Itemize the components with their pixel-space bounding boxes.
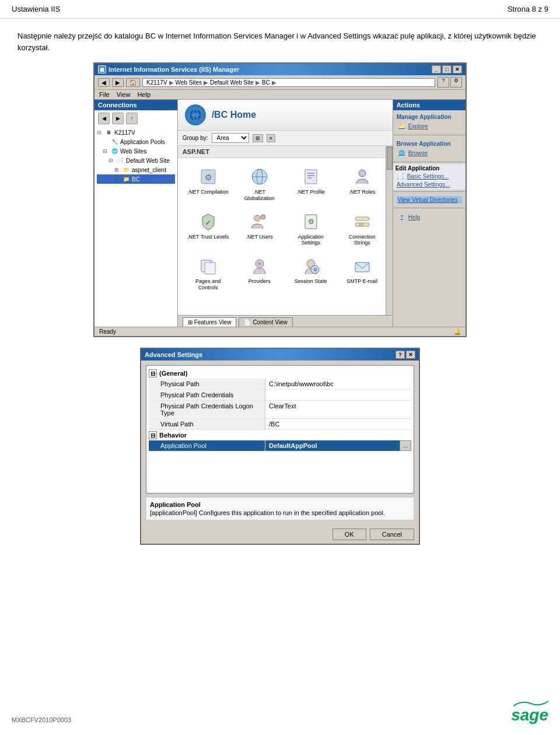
settings-icon-btn[interactable]: ⚙ bbox=[450, 77, 462, 88]
adv-buttons: OK Cancel bbox=[141, 525, 419, 544]
smtp-email-img bbox=[352, 256, 373, 276]
action-view-vd[interactable]: View Virtual Directories bbox=[397, 196, 462, 204]
session-state-img: ⚙ bbox=[300, 256, 321, 276]
groupby-select[interactable]: Area bbox=[212, 133, 249, 143]
menu-help[interactable]: Help bbox=[137, 91, 150, 98]
tab-content-view[interactable]: 📄 Content View bbox=[239, 317, 292, 327]
view-list-btn[interactable]: ≡ bbox=[267, 134, 275, 142]
svg-rect-18 bbox=[355, 217, 369, 220]
adv-row-app-pool[interactable]: Application Pool DefaultAppPool … bbox=[149, 440, 411, 451]
icon-smtp-email[interactable]: SMTP E-mail bbox=[339, 253, 386, 293]
bc-label: BC bbox=[132, 176, 140, 183]
addr-part-websites: Web Sites bbox=[176, 79, 202, 86]
server-label: K2117V bbox=[114, 130, 135, 136]
adv-row-virtual-path: Virtual Path /BC bbox=[149, 419, 411, 430]
icon-net-trust[interactable]: ✓ .NET Trust Levels bbox=[185, 209, 232, 249]
explore-label: Explore bbox=[408, 123, 428, 130]
iis-center-toolbar: Group by: Area ⊞ ≡ bbox=[178, 131, 393, 146]
virtual-path-label: Virtual Path bbox=[149, 419, 265, 429]
icon-providers[interactable]: Providers bbox=[236, 253, 283, 293]
actions-browse-app: Browse Application 🌐 Browse bbox=[393, 137, 466, 160]
help-icon-btn[interactable]: ? bbox=[438, 77, 449, 88]
tree-item-websites[interactable]: ⊟ 🌐 Web Sites bbox=[97, 146, 175, 156]
icon-net-roles[interactable]: .NET Roles bbox=[339, 164, 386, 204]
tree-item-apppools[interactable]: 🔧 Application Pools bbox=[97, 137, 175, 146]
svg-rect-8 bbox=[305, 170, 317, 184]
adv-behavior-header[interactable]: ⊟ Behavior bbox=[149, 430, 411, 440]
addr-sep4: ▶ bbox=[272, 79, 276, 86]
tree-item-defaultsite[interactable]: ⊟ 📄 Default Web Site bbox=[97, 156, 175, 165]
virtual-path-value: /BC bbox=[265, 419, 411, 429]
behavior-section-label: Behavior bbox=[159, 432, 187, 439]
websites-icon: 🌐 bbox=[110, 147, 118, 155]
view-icons-btn[interactable]: ⊞ bbox=[253, 134, 263, 142]
forward-button[interactable]: ▶ bbox=[112, 78, 124, 87]
back-button[interactable]: ◀ bbox=[98, 78, 110, 87]
conn-up-icon[interactable]: ↑ bbox=[126, 113, 138, 124]
cancel-button[interactable]: Cancel bbox=[370, 528, 414, 540]
svg-text:⚙: ⚙ bbox=[204, 173, 212, 182]
action-advanced-settings[interactable]: Advanced Settings... bbox=[396, 181, 463, 188]
defaultsite-label: Default Web Site bbox=[126, 158, 170, 164]
menu-file[interactable]: File bbox=[99, 91, 110, 98]
addr-sep1: ▶ bbox=[169, 79, 174, 86]
svg-point-12 bbox=[359, 170, 366, 177]
net-roles-label: .NET Roles bbox=[349, 189, 376, 195]
home-button[interactable]: 🏠 bbox=[126, 78, 140, 87]
svg-text:✓: ✓ bbox=[205, 219, 211, 227]
close-button[interactable]: ✕ bbox=[453, 65, 462, 74]
page-title-left: Ustawienia IIS bbox=[12, 5, 60, 13]
action-help[interactable]: ? Help bbox=[397, 212, 462, 222]
icon-session-state[interactable]: ⚙ Session State bbox=[288, 253, 334, 293]
ok-button[interactable]: OK bbox=[332, 528, 366, 540]
action-explore[interactable]: 📁 Explore bbox=[397, 121, 462, 131]
restore-button[interactable]: □ bbox=[442, 65, 452, 74]
address-bar[interactable]: K2117V ▶ Web Sites ▶ Default Web Site ▶ … bbox=[142, 78, 435, 87]
addr-sep2: ▶ bbox=[204, 79, 208, 86]
adv-close-btn[interactable]: ✕ bbox=[406, 351, 415, 359]
addr-sep3: ▶ bbox=[256, 79, 260, 86]
websites-label: Web Sites bbox=[120, 148, 146, 155]
tree-item-server[interactable]: ⊟ 🖥 K2117V bbox=[97, 128, 175, 137]
iis-app-icon: ▦ bbox=[98, 65, 106, 74]
app-pool-browse-btn[interactable]: … bbox=[400, 440, 411, 451]
basic-settings-label: Basic Settings... bbox=[407, 173, 449, 180]
iis-menu-bar: File View Help bbox=[94, 90, 466, 100]
content-view-label: Content View bbox=[253, 319, 287, 326]
conn-forward-icon[interactable]: ▶ bbox=[112, 113, 124, 124]
adv-tree-area: ⊟ (General) Physical Path C:\inetpub\www… bbox=[146, 365, 414, 494]
center-scrollbar[interactable] bbox=[386, 146, 393, 315]
icon-net-compilation[interactable]: ⚙ .NET Compilation bbox=[185, 164, 232, 204]
net-trust-img: ✓ bbox=[198, 211, 219, 232]
features-view-icon: ⊞ bbox=[188, 319, 192, 326]
adv-info-box: Application Pool [applicationPool] Confi… bbox=[146, 497, 414, 520]
status-text: Ready bbox=[99, 328, 116, 335]
help-label: Help bbox=[408, 214, 421, 220]
icon-net-users[interactable]: .NET Users bbox=[236, 209, 283, 249]
addr-part-defaultsite: Default Web Site bbox=[210, 79, 254, 86]
icon-pages-controls[interactable]: Pages and Controls bbox=[185, 253, 232, 293]
logon-type-value: ClearText bbox=[265, 401, 411, 418]
tree-item-aspnetclient[interactable]: ⊞ 📁 aspnet_client bbox=[97, 165, 175, 174]
behavior-expand-icon: ⊟ bbox=[149, 431, 157, 439]
icon-app-settings[interactable]: ⚙ Application Settings bbox=[288, 209, 334, 249]
svg-rect-22 bbox=[205, 262, 215, 274]
action-browse[interactable]: 🌐 Browse bbox=[397, 148, 462, 158]
adv-general-header[interactable]: ⊟ (General) bbox=[149, 368, 411, 379]
physical-path-creds-value bbox=[265, 390, 411, 400]
explore-icon: 📁 bbox=[398, 122, 406, 130]
menu-view[interactable]: View bbox=[117, 91, 131, 98]
divider1 bbox=[393, 135, 466, 135]
icon-net-profile[interactable]: .NET Profile bbox=[288, 164, 334, 204]
icons-grid: ⚙ .NET Compilation bbox=[178, 158, 393, 299]
conn-back-icon[interactable]: ◀ bbox=[98, 113, 110, 124]
icon-net-globalization[interactable]: .NET Globalization bbox=[236, 164, 283, 204]
action-basic-settings[interactable]: 📄 Basic Settings... bbox=[396, 172, 463, 181]
page-footer: MXBCFV2010P0003 sage bbox=[0, 700, 560, 723]
iis-body: Connections ◀ ▶ ↑ ⊟ 🖥 K2117V bbox=[94, 100, 466, 327]
adv-help-btn[interactable]: ? bbox=[396, 351, 405, 359]
tab-features-view[interactable]: ⊞ Features View bbox=[183, 317, 237, 327]
minimize-button[interactable]: _ bbox=[432, 65, 441, 74]
tree-item-bc[interactable]: ⊞ 📁 BC bbox=[97, 174, 175, 184]
icon-connection-strings[interactable]: ab Connection Strings bbox=[339, 209, 386, 249]
